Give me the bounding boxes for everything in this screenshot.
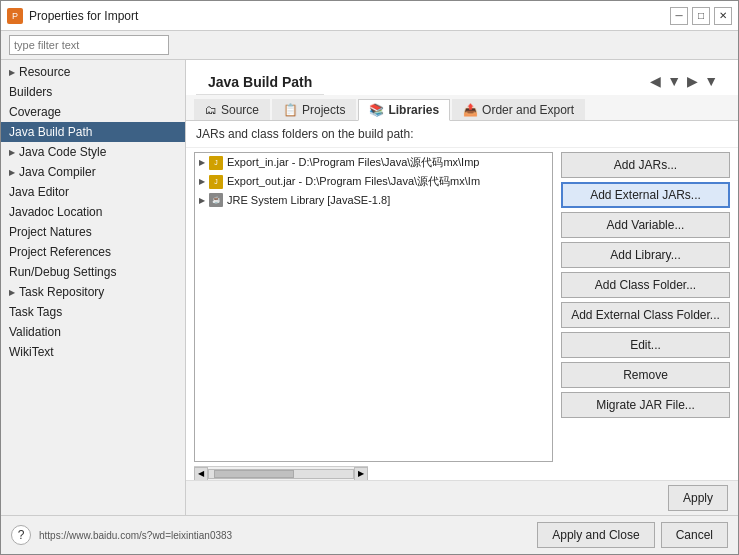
main-content: Resource Builders Coverage Java Build Pa…: [1, 60, 738, 515]
sidebar-item-label: Java Editor: [9, 185, 69, 199]
sidebar-item-task-tags[interactable]: Task Tags: [1, 302, 185, 322]
scroll-right-button[interactable]: ▶: [354, 467, 368, 481]
tab-order-export-label: Order and Export: [482, 103, 574, 117]
migrate-jar-button[interactable]: Migrate JAR File...: [561, 392, 730, 418]
jar-item-export-in[interactable]: ▶ J Export_in.jar - D:\Program Files\Jav…: [195, 153, 552, 172]
expand-arrow: ▶: [199, 158, 205, 167]
window-controls: ─ □ ✕: [670, 7, 732, 25]
tab-source-label: Source: [221, 103, 259, 117]
add-external-jars-button[interactable]: Add External JARs...: [561, 182, 730, 208]
sidebar-item-java-editor[interactable]: Java Editor: [1, 182, 185, 202]
scroll-left-button[interactable]: ◀: [194, 467, 208, 481]
search-bar: [1, 31, 738, 60]
jar-item-label: JRE System Library [JavaSE-1.8]: [227, 194, 390, 206]
cancel-button[interactable]: Cancel: [661, 522, 728, 548]
sidebar-item-label: Project References: [9, 245, 111, 259]
content-area: JARs and class folders on the build path…: [186, 121, 738, 480]
window-title: Properties for Import: [29, 9, 670, 23]
status-text: https://www.baidu.com/s?wd=leixintian038…: [39, 530, 537, 541]
add-class-folder-button[interactable]: Add Class Folder...: [561, 272, 730, 298]
sidebar-item-validation[interactable]: Validation: [1, 322, 185, 342]
sidebar-item-project-references[interactable]: Project References: [1, 242, 185, 262]
jar-icon: J: [209, 175, 223, 189]
tabs-bar: 🗂 Source 📋 Projects 📚 Libraries 📤 Order …: [186, 95, 738, 121]
nav-forward-dropdown[interactable]: ▼: [702, 73, 720, 89]
sidebar-item-label: Run/Debug Settings: [9, 265, 116, 279]
jre-icon: ☕: [209, 193, 223, 207]
jar-item-label: Export_out.jar - D:\Program Files\Java\源…: [227, 174, 480, 189]
maximize-button[interactable]: □: [692, 7, 710, 25]
tab-source[interactable]: 🗂 Source: [194, 99, 270, 120]
sidebar-item-javadoc-location[interactable]: Javadoc Location: [1, 202, 185, 222]
minimize-button[interactable]: ─: [670, 7, 688, 25]
sidebar-item-java-build-path[interactable]: Java Build Path: [1, 122, 185, 142]
bottom-bar: ? https://www.baidu.com/s?wd=leixintian0…: [1, 515, 738, 554]
projects-tab-icon: 📋: [283, 103, 298, 117]
sidebar-item-label: Project Natures: [9, 225, 92, 239]
sidebar-item-label: Task Repository: [19, 285, 104, 299]
sidebar-item-wikitext[interactable]: WikiText: [1, 342, 185, 362]
scrollbar-track[interactable]: [208, 469, 354, 479]
tab-projects-label: Projects: [302, 103, 345, 117]
libraries-tab-icon: 📚: [369, 103, 384, 117]
panel-title: Java Build Path: [196, 66, 324, 95]
apply-row: Apply: [186, 480, 738, 515]
sidebar-item-project-natures[interactable]: Project Natures: [1, 222, 185, 242]
apply-button[interactable]: Apply: [668, 485, 728, 511]
jar-list-area: ▶ J Export_in.jar - D:\Program Files\Jav…: [186, 148, 738, 480]
sidebar: Resource Builders Coverage Java Build Pa…: [1, 60, 186, 515]
sidebar-item-run-debug[interactable]: Run/Debug Settings: [1, 262, 185, 282]
content-description: JARs and class folders on the build path…: [186, 121, 738, 148]
bottom-buttons: Apply and Close Cancel: [537, 522, 728, 548]
title-bar: P Properties for Import ─ □ ✕: [1, 1, 738, 31]
sidebar-item-label: Coverage: [9, 105, 61, 119]
panel-header: Java Build Path ◀ ▼ ▶ ▼: [186, 60, 738, 95]
sidebar-item-label: Validation: [9, 325, 61, 339]
window-icon: P: [7, 8, 23, 24]
jar-item-jre[interactable]: ▶ ☕ JRE System Library [JavaSE-1.8]: [195, 191, 552, 209]
sidebar-item-coverage[interactable]: Coverage: [1, 102, 185, 122]
sidebar-item-label: Java Code Style: [19, 145, 106, 159]
sidebar-item-label: Task Tags: [9, 305, 62, 319]
sidebar-item-builders[interactable]: Builders: [1, 82, 185, 102]
right-panel: Java Build Path ◀ ▼ ▶ ▼ 🗂 Source 📋 Proje…: [186, 60, 738, 515]
sidebar-item-label: Java Compiler: [19, 165, 96, 179]
search-input[interactable]: [9, 35, 169, 55]
sidebar-item-resource[interactable]: Resource: [1, 62, 185, 82]
close-button[interactable]: ✕: [714, 7, 732, 25]
properties-window: P Properties for Import ─ □ ✕ Resource B…: [0, 0, 739, 555]
horizontal-scrollbar[interactable]: ◀ ▶: [194, 466, 368, 480]
remove-button[interactable]: Remove: [561, 362, 730, 388]
nav-back-button[interactable]: ◀: [648, 73, 663, 89]
tab-projects[interactable]: 📋 Projects: [272, 99, 356, 120]
sidebar-item-label: Javadoc Location: [9, 205, 102, 219]
tab-order-export[interactable]: 📤 Order and Export: [452, 99, 585, 120]
order-export-tab-icon: 📤: [463, 103, 478, 117]
jar-item-label: Export_in.jar - D:\Program Files\Java\源代…: [227, 155, 479, 170]
sidebar-item-label: Builders: [9, 85, 52, 99]
sidebar-item-label: Resource: [19, 65, 70, 79]
apply-and-close-button[interactable]: Apply and Close: [537, 522, 654, 548]
sidebar-item-java-compiler[interactable]: Java Compiler: [1, 162, 185, 182]
expand-arrow: ▶: [199, 177, 205, 186]
sidebar-item-task-repository[interactable]: Task Repository: [1, 282, 185, 302]
nav-back-dropdown[interactable]: ▼: [665, 73, 683, 89]
tab-libraries[interactable]: 📚 Libraries: [358, 99, 450, 121]
add-external-class-folder-button[interactable]: Add External Class Folder...: [561, 302, 730, 328]
scrollbar-thumb[interactable]: [214, 470, 294, 478]
nav-forward-button[interactable]: ▶: [685, 73, 700, 89]
add-jars-button[interactable]: Add JARs...: [561, 152, 730, 178]
expand-arrow: ▶: [199, 196, 205, 205]
jar-item-export-out[interactable]: ▶ J Export_out.jar - D:\Program Files\Ja…: [195, 172, 552, 191]
add-variable-button[interactable]: Add Variable...: [561, 212, 730, 238]
jar-tree[interactable]: ▶ J Export_in.jar - D:\Program Files\Jav…: [194, 152, 553, 462]
jar-icon: J: [209, 156, 223, 170]
sidebar-item-java-code-style[interactable]: Java Code Style: [1, 142, 185, 162]
tab-libraries-label: Libraries: [388, 103, 439, 117]
edit-button[interactable]: Edit...: [561, 332, 730, 358]
sidebar-item-label: Java Build Path: [9, 125, 92, 139]
help-icon: ?: [18, 528, 25, 542]
help-button[interactable]: ?: [11, 525, 31, 545]
nav-arrows: ◀ ▼ ▶ ▼: [640, 71, 728, 91]
add-library-button[interactable]: Add Library...: [561, 242, 730, 268]
